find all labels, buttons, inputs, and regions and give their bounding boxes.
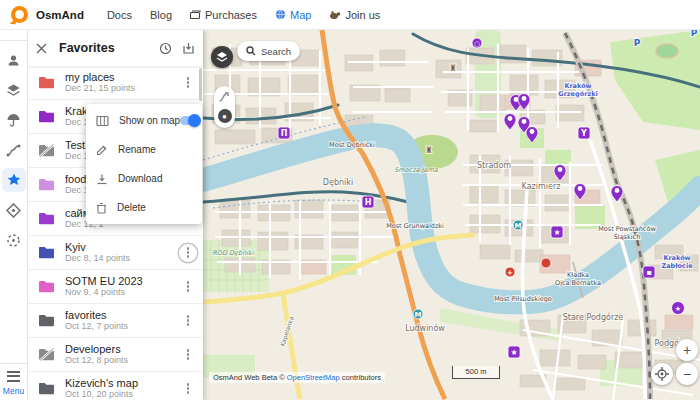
rail-layers-icon[interactable]	[2, 78, 26, 102]
group-meta: Dec 21, 15 points	[65, 83, 179, 94]
rail-favorites-icon[interactable]	[2, 168, 26, 192]
parking-icon[interactable]: P	[634, 38, 641, 48]
group-options-button[interactable]	[179, 278, 197, 296]
route-icon[interactable]	[218, 91, 231, 103]
museum-marker[interactable]: Π	[278, 127, 290, 139]
menu-item-download[interactable]: Download	[86, 164, 202, 193]
map-label: Most Grunwaldzki	[386, 222, 444, 230]
rail-tracks-icon[interactable]	[2, 138, 26, 162]
panel-header: Favorites	[28, 30, 203, 66]
svg-text:M: M	[515, 222, 522, 230]
hotel-marker[interactable]: H	[362, 196, 374, 208]
group-context-menu: Show on mapRenameDownloadDelete	[86, 104, 202, 224]
favorite-group-row[interactable]: my places Dec 21, 15 points	[28, 66, 203, 100]
svg-text:P: P	[691, 30, 698, 38]
map-label: Stradom	[477, 161, 511, 170]
nav-item-blog[interactable]: Blog	[150, 9, 172, 21]
map-tiles: Most DębnickiMost GrunwaldzkiMost Piłsud…	[203, 30, 700, 400]
group-name: my places	[65, 71, 179, 83]
group-options-button[interactable]	[179, 74, 197, 92]
nav-item-label: Join us	[345, 9, 380, 21]
nav-item-docs[interactable]: Docs	[107, 9, 132, 21]
menu-item-delete[interactable]: Delete	[86, 193, 202, 222]
zoom-out-button[interactable]: −	[676, 363, 698, 385]
folder-icon	[38, 75, 55, 90]
menu-label: Menu	[3, 386, 24, 396]
map-canvas[interactable]: Most DębnickiMost GrunwaldzkiMost Piłsud…	[203, 30, 700, 400]
search-label: Search	[261, 46, 291, 57]
favorite-group-row[interactable]: Kyiv Dec 8, 14 points	[28, 236, 203, 270]
map-label: ROD Dębniki	[212, 249, 255, 257]
favorite-star-marker[interactable]: ★	[508, 346, 520, 358]
map-label: Kazimierz	[522, 182, 561, 191]
search-box[interactable]: Search	[237, 41, 300, 61]
nav-item-label: Docs	[107, 9, 132, 21]
rail-navigation-icon[interactable]	[2, 198, 26, 222]
zoom-in-button[interactable]: +	[676, 339, 698, 361]
import-icon[interactable]	[182, 42, 195, 55]
poi-marker[interactable]: ○	[472, 38, 482, 48]
group-options-button[interactable]	[179, 244, 197, 262]
pencil-icon	[96, 144, 108, 156]
shop-marker[interactable]: ▪	[643, 266, 655, 278]
wawel-castle-icon[interactable]: ♜	[425, 145, 433, 155]
bar-marker[interactable]: Y	[578, 127, 590, 139]
scrollbar-thumb[interactable]	[199, 68, 202, 101]
nav-item-purchases[interactable]: Purchases	[190, 9, 257, 21]
group-name: favorites	[65, 309, 179, 321]
transit-marker[interactable]: M	[513, 220, 523, 230]
menu-item-rename[interactable]: Rename	[86, 135, 202, 164]
group-options-button[interactable]	[179, 380, 197, 398]
favorite-group-row[interactable]: favorites Oct 12, 7 points	[28, 304, 203, 338]
folder-icon	[38, 177, 55, 192]
track-record-button[interactable]: ●	[218, 109, 232, 123]
parking-icon[interactable]: P	[691, 30, 698, 38]
group-options-button[interactable]	[179, 312, 197, 330]
rail-divider	[0, 363, 28, 364]
castle-icon[interactable]: ♜	[449, 63, 457, 73]
map-layers-button[interactable]	[211, 46, 233, 68]
locate-button[interactable]	[651, 363, 673, 385]
group-name: SOTM EU 2023	[65, 275, 179, 287]
favorite-group-row[interactable]: SOTM EU 2023 Nov 9, 4 points	[28, 270, 203, 304]
nav-item-join-us[interactable]: Join us	[329, 9, 380, 21]
osm-link[interactable]: OpenStreetMap	[287, 373, 340, 382]
map-label: Most Dębnicki	[329, 141, 375, 149]
transit-marker[interactable]: M	[413, 309, 423, 319]
svg-text:▪: ▪	[646, 268, 651, 277]
poi-red-marker[interactable]	[541, 258, 551, 268]
svg-text:H: H	[365, 198, 372, 207]
group-name: Kyiv	[65, 241, 179, 253]
map-attribution: OsmAnd Web Beta © OpenStreetMap contribu…	[209, 372, 385, 383]
nav-item-label: Blog	[150, 9, 172, 21]
folder-icon	[38, 381, 55, 396]
show-on-map-toggle[interactable]	[180, 116, 200, 125]
folder-icon	[38, 347, 55, 362]
join-us-icon	[329, 10, 341, 20]
menu-button[interactable]: Menu	[3, 368, 24, 396]
rail-account-icon[interactable]	[2, 48, 26, 72]
recent-icon[interactable]	[159, 42, 172, 55]
group-name: Developers	[65, 343, 179, 355]
svg-text:M: M	[415, 311, 422, 319]
favorite-star-marker[interactable]: ★	[672, 302, 685, 315]
pharmacy-marker[interactable]: +	[505, 267, 515, 277]
favorite-star-marker[interactable]: ★	[551, 226, 563, 238]
rail-plan-route-icon[interactable]	[2, 228, 26, 252]
favorite-group-row[interactable]: Developers Oct 12, 8 points	[28, 338, 203, 372]
map-icon	[96, 115, 109, 127]
map-label: Dębniki	[323, 178, 353, 187]
svg-text:★: ★	[510, 348, 517, 357]
globe-icon	[275, 9, 286, 20]
favorite-group-row[interactable]: Kizevich's map Oct 10, 20 points	[28, 372, 203, 400]
svg-text:★: ★	[675, 305, 681, 313]
group-options-button[interactable]	[179, 346, 197, 364]
menu-item-label: Rename	[118, 144, 194, 155]
close-icon[interactable]	[36, 43, 47, 54]
top-navbar: OsmAnd DocsBlogPurchasesMapJoin us	[0, 0, 700, 30]
nav-item-map[interactable]: Map	[275, 9, 311, 21]
rail-weather-icon[interactable]	[2, 108, 26, 132]
folder-icon	[38, 313, 55, 328]
download-icon	[96, 173, 108, 185]
menu-item-show-on-map[interactable]: Show on map	[86, 106, 202, 135]
